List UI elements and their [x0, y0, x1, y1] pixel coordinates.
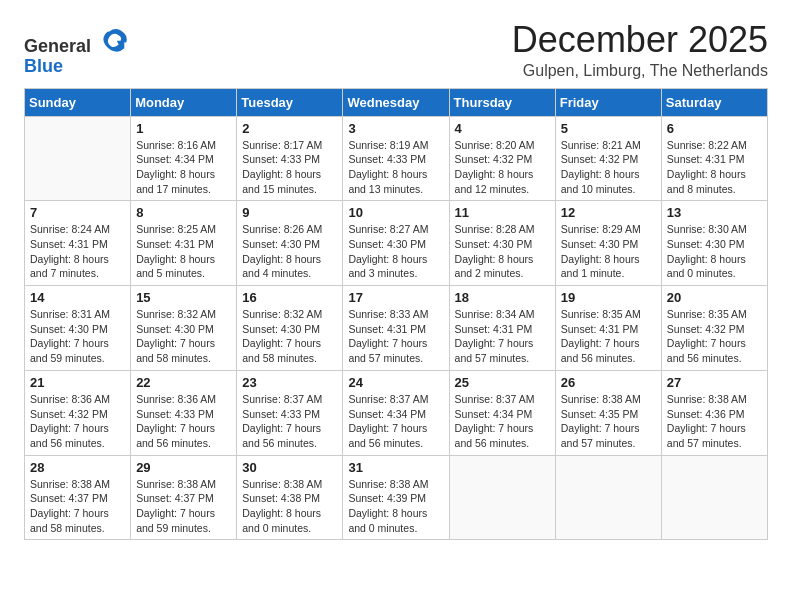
day-info: Sunrise: 8:33 AM Sunset: 4:31 PM Dayligh… [348, 307, 443, 366]
calendar-cell: 22Sunrise: 8:36 AM Sunset: 4:33 PM Dayli… [131, 370, 237, 455]
day-info: Sunrise: 8:19 AM Sunset: 4:33 PM Dayligh… [348, 138, 443, 197]
calendar-cell: 25Sunrise: 8:37 AM Sunset: 4:34 PM Dayli… [449, 370, 555, 455]
day-number: 14 [30, 290, 125, 305]
calendar-cell: 16Sunrise: 8:32 AM Sunset: 4:30 PM Dayli… [237, 286, 343, 371]
day-info: Sunrise: 8:29 AM Sunset: 4:30 PM Dayligh… [561, 222, 656, 281]
day-number: 31 [348, 460, 443, 475]
logo: General Blue [24, 24, 128, 77]
day-number: 15 [136, 290, 231, 305]
day-number: 17 [348, 290, 443, 305]
day-info: Sunrise: 8:30 AM Sunset: 4:30 PM Dayligh… [667, 222, 762, 281]
title-area: December 2025 Gulpen, Limburg, The Nethe… [512, 20, 768, 80]
calendar-cell: 1Sunrise: 8:16 AM Sunset: 4:34 PM Daylig… [131, 116, 237, 201]
day-number: 30 [242, 460, 337, 475]
calendar-cell: 3Sunrise: 8:19 AM Sunset: 4:33 PM Daylig… [343, 116, 449, 201]
day-number: 2 [242, 121, 337, 136]
day-number: 21 [30, 375, 125, 390]
calendar-cell: 9Sunrise: 8:26 AM Sunset: 4:30 PM Daylig… [237, 201, 343, 286]
day-info: Sunrise: 8:32 AM Sunset: 4:30 PM Dayligh… [136, 307, 231, 366]
day-info: Sunrise: 8:36 AM Sunset: 4:33 PM Dayligh… [136, 392, 231, 451]
header-friday: Friday [555, 88, 661, 116]
header-row: Sunday Monday Tuesday Wednesday Thursday… [25, 88, 768, 116]
day-info: Sunrise: 8:24 AM Sunset: 4:31 PM Dayligh… [30, 222, 125, 281]
calendar-week-3: 14Sunrise: 8:31 AM Sunset: 4:30 PM Dayli… [25, 286, 768, 371]
day-number: 13 [667, 205, 762, 220]
day-info: Sunrise: 8:21 AM Sunset: 4:32 PM Dayligh… [561, 138, 656, 197]
calendar-cell: 26Sunrise: 8:38 AM Sunset: 4:35 PM Dayli… [555, 370, 661, 455]
day-number: 28 [30, 460, 125, 475]
day-info: Sunrise: 8:38 AM Sunset: 4:38 PM Dayligh… [242, 477, 337, 536]
calendar-cell: 12Sunrise: 8:29 AM Sunset: 4:30 PM Dayli… [555, 201, 661, 286]
calendar-cell [555, 455, 661, 540]
day-info: Sunrise: 8:20 AM Sunset: 4:32 PM Dayligh… [455, 138, 550, 197]
day-info: Sunrise: 8:37 AM Sunset: 4:33 PM Dayligh… [242, 392, 337, 451]
day-info: Sunrise: 8:32 AM Sunset: 4:30 PM Dayligh… [242, 307, 337, 366]
logo-icon [100, 24, 128, 52]
day-number: 5 [561, 121, 656, 136]
day-info: Sunrise: 8:25 AM Sunset: 4:31 PM Dayligh… [136, 222, 231, 281]
calendar-cell: 23Sunrise: 8:37 AM Sunset: 4:33 PM Dayli… [237, 370, 343, 455]
day-info: Sunrise: 8:17 AM Sunset: 4:33 PM Dayligh… [242, 138, 337, 197]
day-number: 26 [561, 375, 656, 390]
day-number: 11 [455, 205, 550, 220]
day-info: Sunrise: 8:38 AM Sunset: 4:39 PM Dayligh… [348, 477, 443, 536]
day-info: Sunrise: 8:38 AM Sunset: 4:37 PM Dayligh… [30, 477, 125, 536]
day-info: Sunrise: 8:16 AM Sunset: 4:34 PM Dayligh… [136, 138, 231, 197]
calendar: Sunday Monday Tuesday Wednesday Thursday… [24, 88, 768, 541]
calendar-week-1: 1Sunrise: 8:16 AM Sunset: 4:34 PM Daylig… [25, 116, 768, 201]
calendar-cell: 13Sunrise: 8:30 AM Sunset: 4:30 PM Dayli… [661, 201, 767, 286]
calendar-cell: 27Sunrise: 8:38 AM Sunset: 4:36 PM Dayli… [661, 370, 767, 455]
calendar-cell: 18Sunrise: 8:34 AM Sunset: 4:31 PM Dayli… [449, 286, 555, 371]
calendar-cell: 15Sunrise: 8:32 AM Sunset: 4:30 PM Dayli… [131, 286, 237, 371]
calendar-cell [661, 455, 767, 540]
calendar-cell: 31Sunrise: 8:38 AM Sunset: 4:39 PM Dayli… [343, 455, 449, 540]
day-info: Sunrise: 8:36 AM Sunset: 4:32 PM Dayligh… [30, 392, 125, 451]
calendar-cell: 19Sunrise: 8:35 AM Sunset: 4:31 PM Dayli… [555, 286, 661, 371]
calendar-cell [449, 455, 555, 540]
day-number: 7 [30, 205, 125, 220]
day-info: Sunrise: 8:38 AM Sunset: 4:35 PM Dayligh… [561, 392, 656, 451]
day-number: 25 [455, 375, 550, 390]
day-number: 20 [667, 290, 762, 305]
calendar-cell: 5Sunrise: 8:21 AM Sunset: 4:32 PM Daylig… [555, 116, 661, 201]
day-info: Sunrise: 8:35 AM Sunset: 4:32 PM Dayligh… [667, 307, 762, 366]
day-info: Sunrise: 8:27 AM Sunset: 4:30 PM Dayligh… [348, 222, 443, 281]
calendar-cell: 21Sunrise: 8:36 AM Sunset: 4:32 PM Dayli… [25, 370, 131, 455]
day-number: 29 [136, 460, 231, 475]
day-info: Sunrise: 8:34 AM Sunset: 4:31 PM Dayligh… [455, 307, 550, 366]
day-number: 18 [455, 290, 550, 305]
day-info: Sunrise: 8:37 AM Sunset: 4:34 PM Dayligh… [455, 392, 550, 451]
header-area: General Blue December 2025 Gulpen, Limbu… [24, 20, 768, 80]
calendar-cell: 8Sunrise: 8:25 AM Sunset: 4:31 PM Daylig… [131, 201, 237, 286]
day-info: Sunrise: 8:26 AM Sunset: 4:30 PM Dayligh… [242, 222, 337, 281]
header-thursday: Thursday [449, 88, 555, 116]
header-monday: Monday [131, 88, 237, 116]
calendar-cell: 4Sunrise: 8:20 AM Sunset: 4:32 PM Daylig… [449, 116, 555, 201]
location-title: Gulpen, Limburg, The Netherlands [512, 62, 768, 80]
header-saturday: Saturday [661, 88, 767, 116]
day-number: 8 [136, 205, 231, 220]
day-number: 10 [348, 205, 443, 220]
month-title: December 2025 [512, 20, 768, 60]
day-info: Sunrise: 8:38 AM Sunset: 4:36 PM Dayligh… [667, 392, 762, 451]
calendar-week-4: 21Sunrise: 8:36 AM Sunset: 4:32 PM Dayli… [25, 370, 768, 455]
header-sunday: Sunday [25, 88, 131, 116]
day-number: 12 [561, 205, 656, 220]
day-number: 4 [455, 121, 550, 136]
calendar-cell: 11Sunrise: 8:28 AM Sunset: 4:30 PM Dayli… [449, 201, 555, 286]
calendar-cell: 14Sunrise: 8:31 AM Sunset: 4:30 PM Dayli… [25, 286, 131, 371]
day-number: 22 [136, 375, 231, 390]
header-tuesday: Tuesday [237, 88, 343, 116]
logo-blue-text: Blue [24, 56, 63, 76]
logo-general-text: General [24, 36, 91, 56]
day-number: 9 [242, 205, 337, 220]
calendar-cell: 17Sunrise: 8:33 AM Sunset: 4:31 PM Dayli… [343, 286, 449, 371]
day-number: 6 [667, 121, 762, 136]
day-info: Sunrise: 8:22 AM Sunset: 4:31 PM Dayligh… [667, 138, 762, 197]
day-info: Sunrise: 8:38 AM Sunset: 4:37 PM Dayligh… [136, 477, 231, 536]
calendar-cell: 29Sunrise: 8:38 AM Sunset: 4:37 PM Dayli… [131, 455, 237, 540]
calendar-cell: 24Sunrise: 8:37 AM Sunset: 4:34 PM Dayli… [343, 370, 449, 455]
calendar-cell: 6Sunrise: 8:22 AM Sunset: 4:31 PM Daylig… [661, 116, 767, 201]
calendar-week-5: 28Sunrise: 8:38 AM Sunset: 4:37 PM Dayli… [25, 455, 768, 540]
day-number: 23 [242, 375, 337, 390]
